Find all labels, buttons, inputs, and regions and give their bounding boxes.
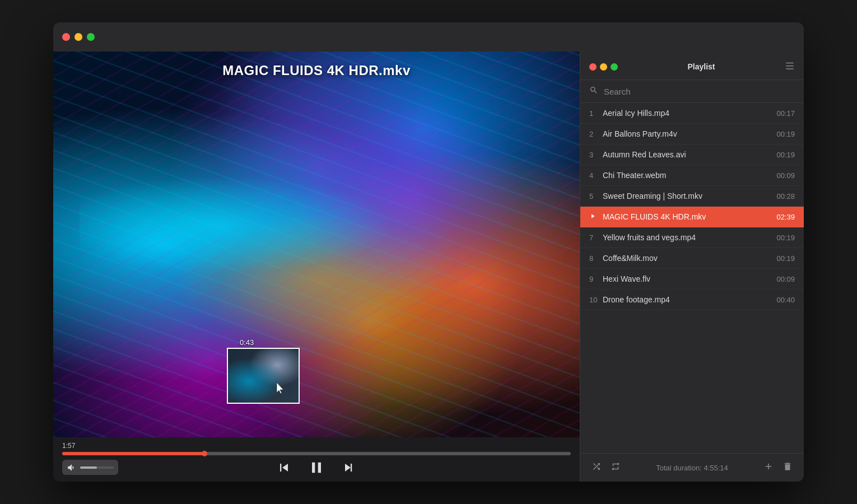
item-name: Coffe&Milk.mov — [603, 254, 772, 263]
item-name: Aerial Icy Hills.mp4 — [603, 109, 772, 118]
preview-timestamp: 0:43 — [240, 338, 254, 347]
traffic-lights — [62, 33, 95, 41]
item-number: 1 — [589, 109, 603, 118]
close-button[interactable] — [62, 33, 70, 41]
item-name: Drone footage.mp4 — [603, 295, 772, 304]
playlist-view-button[interactable] — [785, 60, 795, 73]
thumbnail-image — [228, 349, 299, 403]
item-number: 4 — [589, 171, 603, 180]
pause-button[interactable] — [305, 456, 328, 479]
item-name: Autumn Red Leaves.avi — [603, 150, 772, 159]
minimize-button[interactable] — [74, 33, 82, 41]
controls-center — [274, 456, 359, 479]
playlist-minimize-button[interactable] — [600, 63, 607, 71]
search-row — [580, 80, 804, 103]
search-input[interactable] — [604, 87, 795, 96]
controls-wrapper — [62, 460, 571, 475]
item-duration: 00:09 — [776, 275, 795, 283]
controls-left — [62, 460, 118, 475]
item-name: Sweet Dreaming | Short.mkv — [603, 192, 772, 200]
volume-fill — [80, 466, 97, 469]
item-duration: 00:17 — [776, 109, 795, 118]
video-controls: 1:57 — [53, 437, 580, 482]
video-area: MAGIC FLUIDS 4K HDR.mkv 0:43 1:57 — [53, 52, 580, 482]
item-number: 3 — [589, 151, 603, 159]
item-name: Air Ballons Party.m4v — [603, 129, 772, 138]
item-number: 7 — [589, 234, 603, 242]
video-title: MAGIC FLUIDS 4K HDR.mkv — [53, 63, 580, 78]
maximize-button[interactable] — [87, 33, 95, 41]
item-duration: 00:40 — [776, 296, 795, 304]
search-icon — [589, 86, 598, 97]
item-duration: 00:09 — [776, 171, 795, 180]
volume-slider[interactable] — [80, 466, 114, 469]
item-name: Chi Theater.webm — [603, 171, 772, 180]
playlist-item[interactable]: 10 Drone footage.mp4 00:40 — [580, 290, 804, 310]
progress-fill — [62, 452, 204, 455]
playlist-header: Playlist — [580, 52, 804, 80]
item-duration: 00:19 — [776, 151, 795, 159]
thumbnail-preview — [227, 348, 300, 404]
playlist-item[interactable]: 3 Autumn Red Leaves.avi 00:19 — [580, 144, 804, 165]
item-number: 8 — [589, 254, 603, 263]
video-background — [53, 52, 580, 437]
item-number: 5 — [589, 192, 603, 200]
playlist-close-button[interactable] — [589, 63, 597, 71]
playlist-item[interactable]: 2 Air Ballons Party.m4v 00:19 — [580, 124, 804, 144]
prev-button[interactable] — [274, 458, 294, 478]
playlist-title: Playlist — [687, 62, 715, 71]
progress-track[interactable] — [62, 452, 571, 455]
item-name: Hexi Wave.flv — [603, 274, 772, 283]
item-number: 10 — [589, 296, 603, 304]
playlist-item[interactable]: 5 Sweet Dreaming | Short.mkv 00:28 — [580, 186, 804, 207]
video-display: MAGIC FLUIDS 4K HDR.mkv 0:43 — [53, 52, 580, 437]
playlist-panel: Playlist 1 Ae — [580, 52, 804, 482]
time-display: 1:57 — [62, 442, 571, 450]
item-duration: 00:19 — [776, 234, 795, 242]
playlist-item[interactable]: 4 Chi Theater.webm 00:09 — [580, 165, 804, 186]
playlist-item[interactable]: 1 Aerial Icy Hills.mp4 00:17 — [580, 103, 804, 124]
playlist-items: 1 Aerial Icy Hills.mp4 00:17 2 Air Ballo… — [580, 103, 804, 453]
item-number: 2 — [589, 130, 603, 138]
item-name: Yellow fruits and vegs.mp4 — [603, 233, 772, 242]
playlist-item[interactable]: MAGIC FLUIDS 4K HDR.mkv 02:39 — [580, 207, 804, 227]
playlist-maximize-button[interactable] — [611, 63, 618, 71]
volume-icon — [67, 462, 77, 473]
playlist-item[interactable]: 8 Coffe&Milk.mov 00:19 — [580, 248, 804, 269]
progress-area: 1:57 — [62, 442, 571, 455]
item-name: MAGIC FLUIDS 4K HDR.mkv — [603, 212, 772, 221]
main-content: MAGIC FLUIDS 4K HDR.mkv 0:43 1:57 — [53, 52, 804, 482]
item-number: 9 — [589, 275, 603, 283]
playlist-footer: Total duration: 4:55:14 — [580, 453, 804, 482]
app-window: MAGIC FLUIDS 4K HDR.mkv 0:43 1:57 — [53, 22, 804, 482]
playlist-item[interactable]: 9 Hexi Wave.flv 00:09 — [580, 269, 804, 290]
item-duration: 00:19 — [776, 254, 795, 263]
next-button[interactable] — [339, 458, 359, 478]
playlist-traffic-lights — [589, 63, 618, 71]
title-bar — [53, 22, 804, 52]
shuffle-button[interactable] — [589, 459, 604, 476]
add-button[interactable] — [761, 459, 776, 476]
item-duration: 00:19 — [776, 130, 795, 138]
item-duration: 02:39 — [776, 213, 795, 221]
delete-button[interactable] — [780, 459, 795, 476]
item-duration: 00:28 — [776, 192, 795, 200]
playlist-item[interactable]: 7 Yellow fruits and vegs.mp4 00:19 — [580, 227, 804, 248]
play-icon — [589, 213, 603, 221]
total-duration: Total duration: 4:55:14 — [627, 464, 757, 472]
volume-control[interactable] — [62, 460, 118, 475]
repeat-button[interactable] — [608, 459, 623, 476]
